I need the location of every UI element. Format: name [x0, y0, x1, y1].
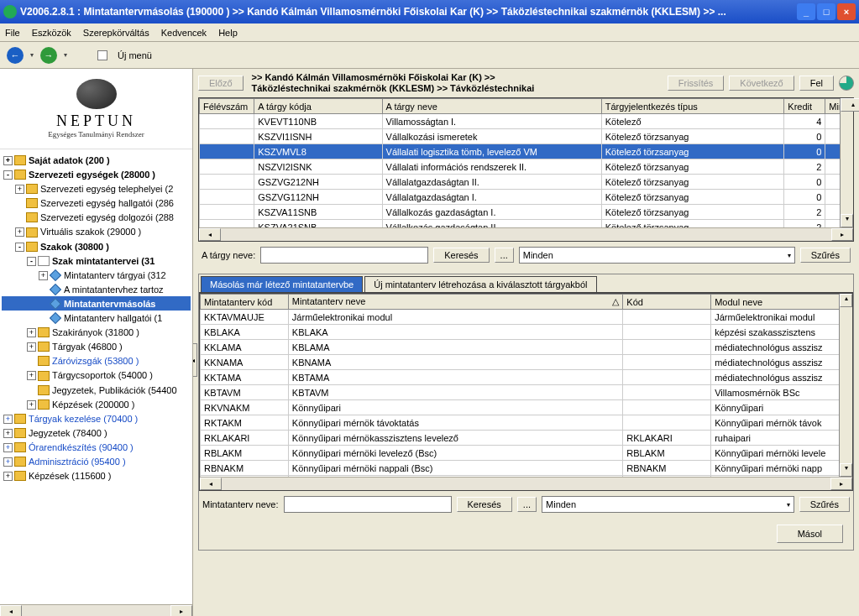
- tree-node[interactable]: +Mintatanterv tárgyai (312: [2, 268, 191, 282]
- hscroll-track[interactable]: [22, 605, 170, 616]
- table-row[interactable]: KKTAVMAUJEJárműelektronikai modulJárműel…: [201, 310, 852, 325]
- table-row[interactable]: RKLAKARIKönnyűipari mérnökasszisztens le…: [201, 431, 852, 446]
- table-row[interactable]: KBTAVMKBTAVMVillamosmérnök BSc: [201, 385, 852, 400]
- forward-dropdown[interactable]: ▾: [64, 51, 67, 59]
- forward-button[interactable]: →: [40, 47, 57, 64]
- tree-node[interactable]: A mintatantervhez tartoz: [2, 282, 191, 296]
- hscroll-track2[interactable]: [222, 478, 830, 490]
- tree-node[interactable]: -Szak mintatantervei (31: [2, 253, 191, 268]
- tree-node[interactable]: +Szervezeti egység telephelyei (2: [2, 181, 191, 196]
- tree-node[interactable]: +Virtuális szakok (29000 ): [2, 224, 191, 238]
- grid-header[interactable]: A tárgy kódja: [254, 99, 382, 114]
- refresh-button[interactable]: Frissítés: [668, 76, 725, 91]
- tree-node[interactable]: +Saját adatok (200 ): [2, 153, 191, 167]
- tree-node[interactable]: +Tárgyak (46800 ): [2, 339, 191, 353]
- menu-help[interactable]: Help: [218, 28, 238, 38]
- table-row[interactable]: NSZVI2ISNKVállalati információs rendszer…: [200, 159, 853, 175]
- grid-header[interactable]: Félévszám: [200, 99, 254, 114]
- tree-node[interactable]: +Képzések (115600 ): [2, 468, 191, 483]
- hscroll-left-icon[interactable]: ◂: [199, 228, 221, 241]
- tab-copy-existing[interactable]: Másolás már létező mintatantervbe: [201, 276, 363, 292]
- hscroll-left2[interactable]: ◂: [200, 478, 222, 490]
- prev-button[interactable]: Előző: [198, 76, 244, 91]
- hscroll-right2[interactable]: ▸: [830, 478, 852, 490]
- filter2-search-button[interactable]: Keresés: [457, 497, 512, 512]
- grid1-hscroll[interactable]: ◂ ▸: [199, 227, 853, 241]
- copy-button[interactable]: Másol: [777, 525, 843, 543]
- maximize-button[interactable]: □: [817, 3, 835, 20]
- tree-expander[interactable]: +: [3, 415, 13, 424]
- splitter-handle[interactable]: ◂: [193, 343, 197, 377]
- hscroll-left[interactable]: ◂: [0, 605, 22, 616]
- table-row[interactable]: KBLAKAKBLAKAképzési szakasszisztens: [201, 325, 852, 340]
- grid1-vscroll[interactable]: ▴ ▾: [840, 98, 853, 227]
- menu-file[interactable]: File: [5, 28, 20, 38]
- tree-node[interactable]: +Tárgycsoportok (54000 ): [2, 368, 191, 382]
- table-row[interactable]: KKTAMAKBTAMAmédiatechnológus asszisz: [201, 370, 852, 385]
- tree-expander[interactable]: +: [3, 443, 13, 452]
- table-row[interactable]: RKVNAKMKönnyűipariKönnyűipari: [201, 400, 852, 415]
- grid-header[interactable]: Kód: [623, 295, 711, 310]
- grid-header[interactable]: Mintatanterv neve △: [288, 295, 622, 310]
- tree-expander[interactable]: +: [39, 271, 48, 280]
- tree-expander[interactable]: +: [27, 328, 36, 337]
- tree-expander[interactable]: +: [3, 156, 13, 165]
- minimize-button[interactable]: _: [797, 3, 815, 20]
- tree-node[interactable]: Mintatantervmásolás: [2, 296, 191, 311]
- next-button[interactable]: Következő: [729, 76, 794, 91]
- sidebar-hscroll[interactable]: ◂ ▸: [0, 604, 192, 616]
- tree-expander[interactable]: +: [15, 185, 24, 194]
- filter2-dots-button[interactable]: ...: [517, 497, 537, 512]
- table-row[interactable]: KSZVA11SNBVállalkozás gazdaságtan I.Köte…: [200, 205, 853, 220]
- vscroll-up[interactable]: ▴: [841, 98, 859, 112]
- back-dropdown[interactable]: ▾: [30, 51, 34, 59]
- up-button[interactable]: Fel: [799, 76, 834, 91]
- subjects-grid[interactable]: FélévszámA tárgy kódjaA tárgy neveTárgyj…: [198, 97, 854, 242]
- nav-tree[interactable]: +Saját adatok (200 )-Szervezeti egységek…: [0, 149, 192, 604]
- tree-expander[interactable]: +: [3, 429, 13, 438]
- grid-header[interactable]: Mintatanterv kód: [201, 295, 289, 310]
- close-button[interactable]: ×: [837, 3, 856, 20]
- table-row[interactable]: KKLAMAKBLAMAmédiatechnológus asszisz: [201, 340, 852, 355]
- menu-role[interactable]: Szerepkörváltás: [83, 28, 149, 38]
- filter1-dots-button[interactable]: ...: [495, 248, 514, 263]
- tree-node[interactable]: +Órarendkészítés (90400 ): [2, 440, 191, 454]
- table-row[interactable]: RBLAKMKönnyűipari mérnöki levelező (Bsc)…: [201, 446, 852, 461]
- vscroll-down2[interactable]: ▾: [840, 463, 852, 477]
- tree-node[interactable]: Jegyzetek, Publikációk (54400: [2, 383, 191, 397]
- grid2-hscroll[interactable]: ◂ ▸: [200, 477, 852, 490]
- filter1-combo[interactable]: Minden ▾: [519, 247, 795, 264]
- tree-node[interactable]: Szervezeti egység dolgozói (288: [2, 210, 191, 224]
- vscroll-down[interactable]: ▾: [841, 214, 853, 227]
- filter2-input[interactable]: [284, 496, 452, 513]
- tree-node[interactable]: +Adminisztráció (95400 ): [2, 454, 191, 468]
- table-row[interactable]: KSZVMVL8Vállalati logisztika tömb, level…: [200, 144, 853, 159]
- table-row[interactable]: RKTAKMKönnyűipari mérnök távoktatásKönny…: [201, 415, 852, 431]
- grid-header[interactable]: A tárgy neve: [382, 99, 601, 114]
- reload-icon[interactable]: [839, 76, 854, 91]
- hscroll-right[interactable]: ▸: [170, 605, 192, 616]
- tree-node[interactable]: Mintatanterv hallgatói (1: [2, 311, 191, 325]
- curricula-grid[interactable]: Mintatanterv kódMintatanterv neve △KódMo…: [199, 293, 853, 491]
- tree-node[interactable]: +Tárgyak kezelése (70400 ): [2, 411, 191, 425]
- tree-node[interactable]: -Szakok (30800 ): [2, 239, 191, 253]
- tree-node[interactable]: Szervezeti egység hallgatói (286: [2, 196, 191, 210]
- tab-create-new[interactable]: Új mintatanterv létrehozása a kiválaszto…: [364, 276, 596, 292]
- tree-expander[interactable]: +: [27, 400, 36, 410]
- tree-expander[interactable]: +: [15, 227, 24, 237]
- tree-expander[interactable]: +: [3, 457, 13, 467]
- tree-expander[interactable]: -: [15, 243, 24, 252]
- table-row[interactable]: RBNAKMKönnyűipari mérnöki nappali (Bsc)R…: [201, 461, 852, 476]
- tree-expander[interactable]: +: [27, 342, 36, 352]
- table-row[interactable]: KKNAMAKBNAMAmédiatechnológus asszisz: [201, 355, 852, 370]
- grid-header[interactable]: Tárgyjelentkezés típus: [601, 99, 784, 114]
- tree-node[interactable]: +Jegyzetek (78400 ): [2, 425, 191, 440]
- grid2-vscroll[interactable]: ▴ ▾: [839, 294, 852, 477]
- tree-expander[interactable]: +: [3, 472, 13, 481]
- grid-header[interactable]: Kredit: [784, 99, 825, 114]
- table-row[interactable]: GSZVG212NHVállalatgazdaságtan II.Kötelez…: [200, 175, 853, 190]
- hscroll-right-icon[interactable]: ▸: [831, 228, 853, 241]
- hscroll-track1[interactable]: [221, 228, 831, 241]
- table-row[interactable]: GSZVG112NHVállalatgazdaságtan I.Kötelező…: [200, 190, 853, 205]
- tree-node[interactable]: -Szervezeti egységek (28000 ): [2, 167, 191, 181]
